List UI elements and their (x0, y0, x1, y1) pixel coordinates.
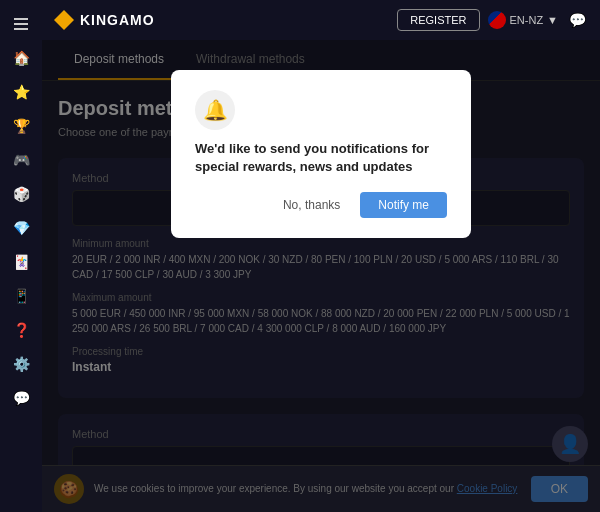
notification-popup: 🔔 We'd like to send you notifications fo… (171, 70, 471, 238)
logo-diamond-icon (54, 10, 74, 30)
sidebar-item-mobile[interactable]: 📱 (7, 282, 35, 310)
sidebar-item-dice[interactable]: 🎲 (7, 180, 35, 208)
sidebar-hamburger[interactable] (7, 10, 35, 38)
no-thanks-button[interactable]: No, thanks (273, 192, 350, 218)
sidebar-item-trophy[interactable]: 🏆 (7, 112, 35, 140)
sidebar-item-settings[interactable]: ⚙️ (7, 350, 35, 378)
notification-buttons: No, thanks Notify me (195, 192, 447, 218)
sidebar-item-games[interactable]: 🎮 (7, 146, 35, 174)
lang-arrow-icon: ▼ (547, 14, 558, 26)
register-button[interactable]: REGISTER (397, 9, 479, 31)
lang-code: EN-NZ (510, 14, 544, 26)
sidebar-item-home[interactable]: 🏠 (7, 44, 35, 72)
sidebar-item-star[interactable]: ⭐ (7, 78, 35, 106)
sidebar-item-chat[interactable]: 💬 (7, 384, 35, 412)
notification-overlay: 🔔 We'd like to send you notifications fo… (42, 40, 600, 512)
logo: KINGAMO (54, 10, 155, 30)
sidebar-item-gem[interactable]: 💎 (7, 214, 35, 242)
topbar: KINGAMO REGISTER EN-NZ ▼ 💬 (42, 0, 600, 40)
sidebar-item-cards[interactable]: 🃏 (7, 248, 35, 276)
notify-me-button[interactable]: Notify me (360, 192, 447, 218)
language-selector[interactable]: EN-NZ ▼ (488, 11, 559, 29)
logo-text: KINGAMO (80, 12, 155, 28)
sidebar-item-help[interactable]: ❓ (7, 316, 35, 344)
sidebar: 🏠 ⭐ 🏆 🎮 🎲 💎 🃏 📱 ❓ ⚙️ 💬 (0, 0, 42, 512)
chat-bubble-icon[interactable]: 💬 (566, 9, 588, 31)
notification-title: We'd like to send you notifications for … (195, 140, 447, 176)
flag-icon (488, 11, 506, 29)
bell-icon: 🔔 (195, 90, 235, 130)
